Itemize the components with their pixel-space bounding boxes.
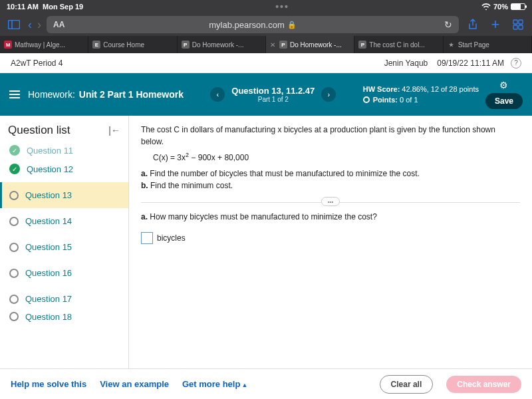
divider-handle-icon[interactable]: ••• xyxy=(321,197,340,206)
ipad-status-bar: 10:11 AM Mon Sep 19 ••• 70% xyxy=(0,0,532,13)
close-icon[interactable]: ✕ xyxy=(270,41,275,49)
tab-hw-active[interactable]: ✕PDo Homework -... xyxy=(266,36,354,53)
dropdown-up-icon: ▲ xyxy=(241,382,247,388)
lock-icon: 🔒 xyxy=(287,21,297,29)
sidebar-title: Question list xyxy=(8,124,70,137)
gear-icon[interactable]: ⚙ xyxy=(499,80,508,90)
question-sidebar: Question list |← ✓Question 11 ✓Question … xyxy=(0,116,129,375)
help-icon[interactable]: ? xyxy=(511,58,521,68)
tab-start-page[interactable]: ★Start Page xyxy=(444,36,532,53)
problem-intro: The cost C in dollars of manufacturing x… xyxy=(141,124,520,148)
wifi-icon xyxy=(481,3,491,10)
status-time: 10:11 AM xyxy=(7,3,39,11)
question-item-17[interactable]: Question 17 xyxy=(0,286,128,312)
svg-rect-5 xyxy=(519,25,523,29)
get-more-help-link[interactable]: Get more help▲ xyxy=(182,379,247,389)
question-number: Question 13, 11.2.47 xyxy=(231,86,315,96)
address-bar[interactable]: AA mylab.pearson.com🔒 ↻ xyxy=(47,16,459,33)
tabs-overview-icon[interactable] xyxy=(509,16,527,33)
question-item-14[interactable]: Question 14 xyxy=(0,208,128,234)
new-tab-icon[interactable]: + xyxy=(487,16,504,33)
assignment-bar: Homework: Unit 2 Part 1 Homework ‹ Quest… xyxy=(0,73,532,116)
reader-aa-icon[interactable]: AA xyxy=(53,20,65,29)
battery-pct: 70% xyxy=(493,3,508,11)
reload-icon[interactable]: ↻ xyxy=(444,19,452,30)
answer-unit: bicycles xyxy=(157,233,186,243)
save-button[interactable]: Save xyxy=(485,93,523,109)
question-a: a. How many bicycles must be manufacture… xyxy=(141,212,520,221)
share-icon[interactable] xyxy=(464,16,481,33)
svg-rect-0 xyxy=(9,21,20,29)
radio-icon xyxy=(9,217,19,226)
question-item-18[interactable]: Question 18 xyxy=(0,312,128,323)
status-date: Mon Sep 19 xyxy=(43,3,83,11)
radio-icon xyxy=(9,269,19,278)
question-item-13[interactable]: Question 13 xyxy=(0,182,128,208)
clear-all-button[interactable]: Clear all xyxy=(380,375,434,394)
check-icon: ✓ xyxy=(9,164,20,174)
check-icon: ✓ xyxy=(9,145,20,156)
course-header: A2wT Period 4 Jenin Yaqub 09/19/22 11:11… xyxy=(0,53,532,73)
tab-mathway[interactable]: MMathway | Alge... xyxy=(0,36,88,53)
answer-input[interactable] xyxy=(141,232,153,244)
header-datetime: 09/19/22 11:11 AM xyxy=(437,59,504,68)
points-circle-icon xyxy=(363,96,370,103)
svg-rect-4 xyxy=(513,25,517,29)
tab-strip: MMathway | Alge... ECourse Home PDo Home… xyxy=(0,36,532,53)
question-item-11[interactable]: ✓Question 11 xyxy=(0,142,128,156)
prev-question-button[interactable]: ‹ xyxy=(210,87,225,102)
menu-icon[interactable] xyxy=(9,90,20,98)
score-block: HW Score: 42.86%, 12 of 28 points Points… xyxy=(363,84,479,106)
radio-icon xyxy=(9,312,19,321)
part-b-prompt: b. Find the minimum cost. xyxy=(141,181,520,190)
question-item-12[interactable]: ✓Question 12 xyxy=(0,156,128,182)
battery-icon xyxy=(511,3,525,10)
question-item-16[interactable]: Question 16 xyxy=(0,260,128,286)
question-part: Part 1 of 2 xyxy=(231,96,315,103)
next-question-button[interactable]: › xyxy=(321,87,336,102)
view-example-link[interactable]: View an example xyxy=(100,379,169,389)
svg-rect-3 xyxy=(519,20,523,24)
tab-hw-1[interactable]: PDo Homework -... xyxy=(178,36,266,53)
svg-rect-2 xyxy=(513,20,517,24)
url-text: mylab.pearson.com xyxy=(209,20,284,30)
problem-content: The cost C in dollars of manufacturing x… xyxy=(129,116,532,375)
tab-cost[interactable]: PThe cost C in dol... xyxy=(354,36,443,53)
user-name[interactable]: Jenin Yaqub xyxy=(384,59,428,68)
radio-icon xyxy=(9,295,19,304)
help-solve-link[interactable]: Help me solve this xyxy=(11,379,86,389)
course-period: A2wT Period 4 xyxy=(11,59,384,68)
part-a-prompt: a. Find the number of bicycles that must… xyxy=(141,169,520,178)
back-button[interactable]: ‹ xyxy=(28,18,32,32)
question-item-15[interactable]: Question 15 xyxy=(0,234,128,260)
sidebar-toggle-icon[interactable] xyxy=(5,16,23,33)
main-area: Question list |← ✓Question 11 ✓Question … xyxy=(0,116,532,375)
radio-icon xyxy=(9,243,19,252)
check-answer-button[interactable]: Check answer xyxy=(446,376,521,393)
multitask-dots[interactable]: ••• xyxy=(83,1,481,12)
question-nav: ‹ Question 13, 11.2.47 Part 1 of 2 › xyxy=(184,86,363,103)
footer-bar: Help me solve this View an example Get m… xyxy=(0,368,532,399)
collapse-sidebar-icon[interactable]: |← xyxy=(108,125,120,136)
browser-toolbar: ‹ › AA mylab.pearson.com🔒 ↻ + xyxy=(0,13,532,36)
hw-label: Homework: xyxy=(28,89,75,100)
forward-button: › xyxy=(37,18,41,32)
radio-icon xyxy=(9,191,19,200)
question-list[interactable]: ✓Question 11 ✓Question 12 Question 13 Qu… xyxy=(0,142,128,323)
tab-course-home[interactable]: ECourse Home xyxy=(88,36,177,53)
answer-row: bicycles xyxy=(141,232,520,244)
hw-title: Unit 2 Part 1 Homework xyxy=(79,89,184,100)
cost-formula: C(x) = 3x2 − 900x + 80,000 xyxy=(141,148,520,166)
